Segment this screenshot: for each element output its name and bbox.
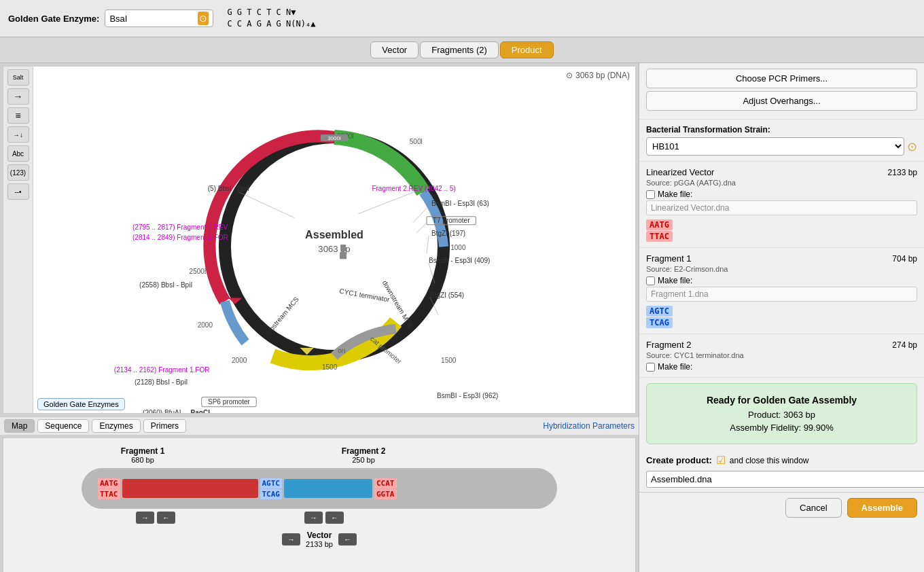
svg-text:ori: ori [338, 346, 346, 355]
bacterial-strain-label: Bacterial Transformation Strain: [646, 125, 917, 135]
f1-source-file: E2-Crimson.dna [674, 265, 728, 273]
left-panel: Salt → ≡ →↓ Abc (123) --• ⊙ 3063 bp (DNA… [0, 63, 639, 572]
vector-back-btn[interactable]: ← [338, 533, 357, 546]
lv-oh1-top: AATG [646, 219, 673, 230]
frag1-back-btn[interactable]: ← [157, 512, 175, 524]
svg-text:1000: 1000 [450, 244, 466, 251]
toolbar-misc-btn[interactable]: --• [7, 183, 29, 200]
tab-fragments[interactable]: Fragments (2) [420, 41, 499, 58]
enzyme-dropdown-btn[interactable]: ⊙ [198, 12, 209, 25]
enzyme-label: Golden Gate Enzyme: [8, 14, 99, 24]
plasmid-toolbar: Salt → ≡ →↓ Abc (123) --• [3, 67, 33, 413]
svg-text:BtgZI  (197): BtgZI (197) [431, 230, 465, 237]
right-panel: Choose PCR Primers... Adjust Overhangs..… [639, 63, 924, 572]
enzyme-input[interactable] [109, 14, 198, 24]
create-product-row: Create product: ☑ and close this window [639, 450, 924, 471]
vector-bp: 2133 bp [306, 540, 333, 548]
toolbar-arrow-btn[interactable]: → [7, 88, 29, 105]
fidelity-box: Ready for Golden Gate Assembly Product: … [646, 383, 917, 444]
tab-product[interactable]: Product [500, 41, 554, 58]
svg-text:500l: 500l [410, 138, 423, 145]
assemble-button[interactable]: Assemble [847, 498, 917, 518]
frag2-nav-btns: → ← [304, 512, 344, 524]
svg-text:BsmBI - Esp3I  (409): BsmBI - Esp3I (409) [429, 257, 490, 264]
svg-text:2000: 2000 [198, 321, 213, 329]
sequence-line2: C C A G A G N(N)₄▲ [227, 18, 315, 30]
plasmid-view: Salt → ≡ →↓ Abc (123) --• ⊙ 3063 bp (DNA… [3, 66, 636, 414]
f2-source-label: Source: [646, 351, 672, 359]
toolbar-abc-btn[interactable]: Abc [7, 145, 29, 162]
toolbar-insert-btn[interactable]: →↓ [7, 126, 29, 143]
oh-ccat-top: CCAT [374, 478, 397, 488]
svg-text:PaqCI: PaqCI [191, 409, 211, 413]
svg-text:(5)  BbsI - BpiI: (5) BbsI - BpiI [208, 185, 249, 192]
bacterial-strain-select[interactable]: HB101 [646, 137, 904, 156]
map-tab-map[interactable]: Map [4, 419, 35, 433]
oh-aatg-top: AATG [98, 478, 120, 488]
tab-vector[interactable]: Vector [370, 41, 419, 58]
svg-text:Fragment 2.REV   (3042 .. 5): Fragment 2.REV (3042 .. 5) [372, 185, 455, 192]
oh-aatg-bot: TTAC [98, 489, 120, 499]
svg-text:(2814 .. 2849)  Fragment 2.FOR: (2814 .. 2849) Fragment 2.FOR [132, 234, 228, 241]
svg-rect-48 [340, 245, 346, 251]
fidelity-value: Assembly Fidelity: 99.90% [658, 423, 906, 433]
vector-forward-btn[interactable]: → [282, 533, 300, 546]
rp-fragment1-section: Fragment 1 704 bp Source: E2-Crimson.dna… [639, 248, 924, 334]
f2-make-file-checkbox[interactable] [646, 363, 655, 372]
f1-filename-input[interactable] [646, 287, 917, 302]
pcr-primers-btn[interactable]: Choose PCR Primers... [646, 69, 917, 88]
frag1-forward-btn[interactable]: → [136, 512, 154, 524]
toolbar-lines-btn[interactable]: ≡ [7, 107, 29, 124]
toolbar-num-btn[interactable]: (123) [7, 164, 29, 181]
svg-text:(2128)  BbsI - BpiI: (2128) BbsI - BpiI [135, 378, 188, 386]
nav-buttons-row: → ← → ← [82, 512, 557, 524]
golden-gate-enzymes-btn[interactable]: Golden Gate Enzymes [37, 398, 125, 410]
toolbar-salt-btn[interactable]: Salt [7, 69, 29, 86]
lv-filename-input[interactable] [646, 200, 917, 215]
map-tabs: Map Sequence Enzymes Primers Hybridizati… [0, 416, 639, 435]
fidelity-product: Product: 3063 bp [658, 410, 906, 420]
linearized-vector-section: Linearized Vector 2133 bp Source: pGGA (… [639, 162, 924, 248]
plasmid-canvas: Assembled 3063 bp 1000 1500 1500 2000 20… [33, 67, 635, 413]
svg-text:Assembled: Assembled [305, 228, 363, 240]
f2-make-file-label: Make file: [658, 362, 692, 372]
svg-line-41 [238, 192, 295, 218]
svg-rect-49 [340, 252, 346, 259]
hyb-params-link[interactable]: Hybridization Parameters [543, 421, 635, 431]
top-header: Golden Gate Enzyme: ⊙ G G T C T C N▼ C C… [0, 0, 924, 37]
oh-agtc-top: AGTC [260, 478, 283, 488]
frag2-back-btn[interactable]: ← [325, 512, 344, 524]
map-tab-enzymes[interactable]: Enzymes [92, 419, 140, 433]
svg-text:upstream MCS: upstream MCS [265, 296, 300, 336]
frag1-nav-btns: → ← [136, 512, 175, 524]
svg-text:SP6 promoter: SP6 promoter [208, 398, 251, 406]
map-tab-sequence[interactable]: Sequence [37, 419, 89, 433]
frag1-name: Fragment 1 [85, 446, 200, 456]
svg-text:1500: 1500 [322, 363, 338, 371]
lv-source-label: Source: [646, 179, 672, 187]
svg-line-43 [413, 207, 428, 223]
and-close-label: and close this window [730, 456, 809, 465]
frag2-forward-btn[interactable]: → [304, 512, 323, 524]
sequence-display: G G T C T C N▼ C C A G A G N(N)₄▲ [227, 7, 315, 30]
f1-make-file-checkbox[interactable] [646, 276, 655, 285]
bottom-buttons: Cancel Assemble [639, 492, 924, 523]
oh-agtc-mid: AGTC TCAG [260, 478, 283, 499]
oh-agtc-bot: TCAG [260, 489, 283, 499]
bacterial-strain-select-wrap: HB101 ⊙ [646, 137, 917, 156]
oh-ccat-bot: GGTA [374, 489, 397, 499]
f1-source-label: Source: [646, 265, 672, 273]
svg-text:CYC1 terminator: CYC1 terminator [339, 287, 391, 304]
map-tab-primers[interactable]: Primers [143, 419, 186, 433]
cancel-button[interactable]: Cancel [785, 498, 841, 518]
frag1-bar [122, 479, 258, 498]
lv-make-file-checkbox[interactable] [646, 190, 655, 199]
oh-ccat-right: CCAT GGTA [374, 478, 397, 499]
svg-text:E2-Crimson: E2-Crimson [296, 272, 315, 309]
adjust-overhangs-btn[interactable]: Adjust Overhangs... [646, 91, 917, 111]
product-filename-input[interactable] [646, 471, 924, 488]
vector-bottom: → Vector 2133 bp ← [282, 531, 357, 548]
svg-text:CmR: CmR [377, 204, 394, 218]
lv-make-file-label: Make file: [658, 190, 692, 199]
f2-bp: 274 bp [892, 340, 917, 350]
